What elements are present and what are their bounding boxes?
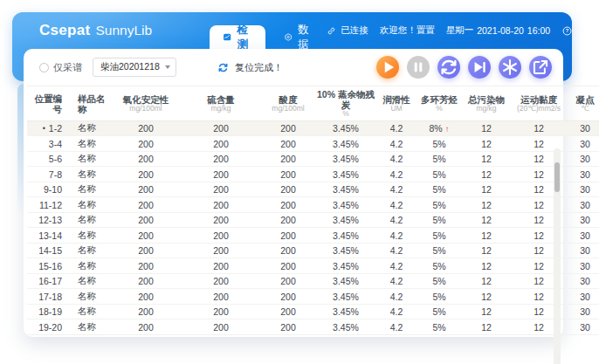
table-cell: 3.45%: [315, 182, 376, 197]
table-row[interactable]: 5-6名称2002002003.45%4.25%121230: [27, 151, 599, 167]
table-cell: 200: [111, 120, 181, 136]
table-cell: 9-10: [27, 182, 72, 197]
table-cell: 200: [181, 212, 261, 228]
method-select[interactable]: 柴油20201218: [93, 58, 176, 77]
table-row[interactable]: 15-16名称2002002003.45%4.25%121230: [27, 258, 599, 274]
column-header: 运动黏度(20℃)mm2/s: [511, 86, 567, 121]
table-row[interactable]: 11-12名称2002002003.45%4.25%121230: [27, 197, 599, 213]
table-cell: 12: [462, 136, 511, 152]
table-row[interactable]: 14-15名称2002002003.45%4.25%121230: [27, 243, 599, 258]
toolbar: 仅采谱 柴油20201218 复位完成！: [24, 49, 563, 86]
table-cell: 200: [181, 151, 261, 167]
table-cell: 200: [181, 197, 261, 213]
export-button[interactable]: [529, 56, 552, 79]
help-icon[interactable]: ?: [561, 25, 573, 37]
content-panel: 仅采谱 柴油20201218 复位完成！ 位置编号样品名称氧化安定性mg/100…: [24, 49, 563, 337]
table-cell: 200: [111, 212, 181, 228]
table-cell: 5%: [417, 167, 462, 182]
table-cell: 5%: [417, 258, 462, 274]
table-cell: 名称: [72, 258, 111, 274]
table-row[interactable]: 12-13名称2002002003.45%4.25%121230: [27, 212, 599, 228]
table-cell: 12: [462, 182, 511, 197]
table-cell: 200: [181, 182, 261, 197]
freeze-button[interactable]: [499, 56, 521, 79]
tab-data[interactable]: 数据: [271, 25, 327, 49]
table-cell: 30: [567, 273, 599, 289]
table-cell: 200: [261, 319, 315, 335]
table-cell: 30: [567, 197, 599, 213]
gear-icon[interactable]: [584, 25, 596, 37]
connection-label: 已连接: [341, 24, 368, 37]
table-row[interactable]: 9-10名称2002002003.45%4.25%121230: [27, 182, 599, 197]
skip-to-end-button[interactable]: [468, 56, 491, 79]
table-row[interactable]: 19-20名称2002002003.45%4.25%121230: [27, 319, 599, 335]
table-cell: 4.2: [376, 197, 417, 213]
table-cell: 5%: [417, 304, 462, 319]
reset-button[interactable]: [437, 56, 460, 79]
table-cell: 200: [181, 228, 261, 244]
spectrum-only-radio[interactable]: 仅采谱: [39, 61, 82, 74]
table-row[interactable]: 7-8名称2002002003.45%4.25%121230: [27, 167, 599, 182]
table-cell: 3.45%: [315, 258, 376, 274]
table-cell: 5%: [417, 243, 462, 258]
table-cell: 16-17: [27, 273, 72, 289]
tab-data-label: 数据: [298, 23, 313, 52]
table-cell: 200: [181, 304, 261, 319]
table-cell: 3.45%: [315, 197, 376, 213]
tab-detection[interactable]: 检测: [210, 25, 265, 49]
table-row[interactable]: •1-2名称2002002003.45%4.28%↑121230: [27, 120, 599, 136]
table-cell: 200: [181, 167, 261, 182]
table-cell: 30: [567, 289, 599, 305]
table-row[interactable]: 16-17名称2002002003.45%4.25%121230: [27, 273, 599, 289]
table-cell: 200: [181, 243, 261, 258]
table-scrollbar[interactable]: [554, 148, 561, 364]
method-select-value: 柴油20201218: [100, 61, 160, 73]
table-cell: 200: [181, 273, 261, 289]
table-row[interactable]: 17-18名称2002002003.45%4.25%121230: [27, 289, 599, 305]
pause-button[interactable]: [407, 56, 430, 79]
table-cell: 200: [181, 289, 261, 305]
table-cell: 3.45%: [315, 273, 376, 289]
reset-status-label: 复位完成！: [235, 61, 283, 74]
date-label: 2021-08-20: [477, 25, 524, 36]
table-cell: 4.2: [376, 151, 417, 167]
table-cell: 3-4: [27, 136, 72, 152]
out-of-range-flag-icon: ↑: [445, 124, 450, 134]
table-cell: 4.2: [376, 289, 417, 305]
table-cell: 名称: [72, 273, 111, 289]
table-cell: 5%: [417, 228, 462, 244]
table-cell: 4.2: [376, 136, 417, 152]
table-cell: 3.45%: [315, 243, 376, 258]
table-cell: 12: [462, 197, 511, 213]
start-button[interactable]: [376, 56, 399, 79]
table-cell: 4.2: [376, 319, 417, 335]
table-row[interactable]: 13-14名称2002002003.45%4.25%121230: [27, 228, 599, 244]
connection-status: 已连接: [326, 24, 368, 37]
table-cell: 200: [111, 273, 181, 289]
reset-refresh-icon[interactable]: [217, 61, 230, 74]
table-row[interactable]: 3-4名称2002002003.45%4.25%121230: [27, 136, 599, 152]
table-cell: 200: [111, 243, 181, 258]
table-cell: 12: [462, 304, 511, 319]
table-cell: 200: [111, 197, 181, 213]
table-cell: 12: [462, 167, 511, 182]
table-cell: 12: [462, 319, 511, 335]
table-cell: 200: [261, 136, 315, 152]
table-cell: 4.2: [376, 212, 417, 228]
table-cell: 200: [111, 167, 181, 182]
table-cell: 4.2: [376, 120, 417, 136]
svg-text:?: ?: [566, 28, 569, 33]
table-cell: 14-15: [27, 243, 72, 258]
table-cell: 名称: [72, 167, 111, 182]
table-cell: 30: [567, 182, 599, 197]
table-cell: 200: [111, 304, 181, 319]
table-cell: 4.2: [376, 258, 417, 274]
table-row[interactable]: 18-19名称2002002003.45%4.25%121230: [27, 304, 599, 319]
chevron-down-icon: [165, 65, 170, 69]
table-cell: 12: [462, 243, 511, 258]
column-header: 氧化安定性mg/100ml: [111, 86, 181, 121]
table-body: •1-2名称2002002003.45%4.28%↑1212303-4名称200…: [27, 120, 599, 334]
table-cell: 名称: [72, 212, 111, 228]
table-cell: 3.45%: [315, 289, 376, 305]
scrollbar-thumb[interactable]: [554, 162, 560, 192]
